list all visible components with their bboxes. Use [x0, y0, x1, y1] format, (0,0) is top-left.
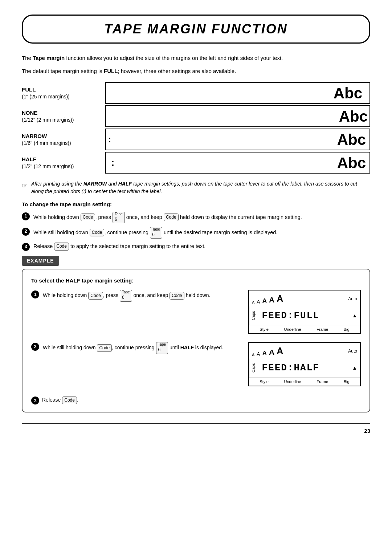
- intro-text-2b: ; however, three other settings are also…: [118, 68, 236, 74]
- lcd-size-b4: A: [269, 346, 274, 358]
- lcd-label-big-2: Big: [344, 379, 350, 385]
- code-key-ex1: Code: [88, 292, 103, 300]
- code-key-3: Code: [90, 229, 105, 236]
- step-2-num: 2: [22, 228, 30, 236]
- lcd-label-style-2: Style: [260, 379, 268, 385]
- intro-text-1: function allows you to adjust the size o…: [66, 55, 283, 61]
- lcd-top-row-1: A A A A A Auto: [249, 290, 360, 306]
- lcd-char-sizes-2: A A A A A: [252, 344, 283, 358]
- tape-key-1: Tape6: [113, 212, 125, 223]
- setting-desc-none: (1/12" (2 mm margins)): [22, 117, 74, 123]
- margin-row-full: FULL (1" (25 mm margins)) Abc: [22, 82, 370, 104]
- code-key-ex1b: Code: [170, 292, 184, 300]
- lcd-top-row-2: A A A A A Auto: [249, 343, 360, 359]
- lcd-main-1: FEED:FULL: [262, 309, 351, 323]
- lcd-size-a2: A: [257, 298, 260, 306]
- example-label-container: EXAMPLE: [22, 256, 370, 266]
- ex-step-3-num: 3: [31, 397, 39, 404]
- lcd-size-a1: A: [252, 300, 254, 306]
- lcd-label-underline-2: Underline: [284, 379, 301, 385]
- tape-abc-full: Abc: [334, 82, 362, 104]
- tape-abc-half: Abc: [337, 152, 366, 174]
- page-title: TAPE MARGIN FUNCTION: [104, 21, 287, 36]
- step-3-text: Release Code to apply the selected tape …: [33, 242, 205, 251]
- margin-row-none: NONE (1/12" (2 mm margins)) Abc: [22, 105, 370, 127]
- margin-examples: FULL (1" (25 mm margins)) Abc NONE (1/12…: [22, 82, 370, 174]
- lcd-display-1: A A A A A Auto Caps FEED:FULL ▲: [248, 290, 361, 334]
- example-step-1-text: 1 While holding down Code, press Tape6 o…: [31, 290, 241, 301]
- lcd-main-2: FEED:HALF: [262, 361, 351, 375]
- example-label: EXAMPLE: [22, 256, 59, 266]
- setting-name-full: FULL: [22, 86, 94, 93]
- lcd-size-a4: A: [269, 294, 274, 306]
- code-key-1: Code: [81, 214, 95, 221]
- lcd-arrow-1: ▲: [352, 312, 357, 320]
- tape-key-ex2: Tape6: [156, 342, 168, 354]
- code-key-2: Code: [164, 214, 179, 221]
- intro-para-1: The Tape margin function allows you to a…: [22, 54, 370, 62]
- intro-para-2: The default tape margin setting is FULL;…: [22, 67, 370, 76]
- tape-sample-full: Abc: [105, 82, 370, 104]
- setting-name-half: HALF: [22, 155, 94, 163]
- example-step-2-text: 2 While still holding down Code, continu…: [31, 342, 241, 354]
- page-number: 23: [22, 423, 370, 435]
- step-1-text: While holding down Code, press Tape6 onc…: [33, 212, 302, 223]
- example-steps: 1 While holding down Code, press Tape6 o…: [31, 290, 361, 404]
- margin-label-full: FULL (1" (25 mm margins)): [22, 86, 94, 101]
- lcd-label-frame-1: Frame: [317, 326, 328, 333]
- lcd-display-2: A A A A A Auto Caps FEED:HALF ▲: [248, 342, 361, 386]
- intro-text-2a: The default tape margin setting is: [22, 68, 104, 74]
- lcd-label-frame-2: Frame: [317, 379, 328, 385]
- step-1-num: 1: [22, 212, 30, 220]
- title-box: TAPE MARGIN FUNCTION: [22, 15, 370, 44]
- instruction-step-2: 2 While still holding down Code, continu…: [22, 227, 370, 239]
- lcd-bottom-row-1: Style Underline Frame Big: [249, 325, 360, 334]
- tape-sample-half: : Abc: [105, 152, 370, 174]
- lcd-label-underline-1: Underline: [284, 326, 301, 333]
- lcd-label-style-1: Style: [260, 326, 268, 333]
- code-key-4: Code: [54, 243, 69, 250]
- tape-dot-narrow: :: [108, 133, 111, 146]
- tape-abc-none: Abc: [339, 105, 368, 127]
- ex-step-1-num: 1: [31, 290, 39, 298]
- lcd-arrow-2: ▲: [352, 364, 357, 372]
- setting-desc-narrow: (1/6" (4 mm margins)): [22, 140, 71, 146]
- lcd-auto-1: Auto: [348, 296, 357, 302]
- tape-sample-none: Abc: [105, 105, 370, 127]
- page-num-value: 23: [364, 428, 370, 434]
- step-3-num: 3: [22, 243, 30, 251]
- setting-desc-half: (1/2" (12 mm margins)): [22, 163, 74, 169]
- setting-name-narrow: NARROW: [22, 132, 94, 140]
- code-key-ex3: Code: [62, 397, 77, 404]
- lcd-size-a5: A: [277, 292, 283, 306]
- example-box: To select the HALF tape margin setting: …: [22, 269, 370, 413]
- example-step-1: 1 While holding down Code, press Tape6 o…: [31, 290, 361, 334]
- ex-step-3-text: Release Code.: [42, 396, 78, 404]
- tape-sample-narrow: : Abc: [105, 129, 370, 150]
- tape-key-ex1: Tape6: [120, 290, 132, 301]
- lcd-bottom-row-2: Style Underline Frame Big: [249, 377, 360, 386]
- instruction-step-1: 1 While holding down Code, press Tape6 o…: [22, 212, 370, 223]
- example-heading: To select the HALF tape margin setting:: [31, 277, 361, 285]
- tape-key-2: Tape6: [150, 227, 162, 239]
- margin-row-narrow: NARROW (1/6" (4 mm margins)) : Abc: [22, 129, 370, 150]
- step-2-text: While still holding down Code, continue …: [33, 227, 277, 239]
- lcd-caps-row-1: Caps FEED:FULL ▲: [249, 306, 360, 325]
- tape-abc-narrow: Abc: [337, 129, 366, 150]
- margin-label-narrow: NARROW (1/6" (4 mm margins)): [22, 132, 94, 147]
- lcd-size-b5: A: [277, 344, 283, 358]
- instruction-step-3: 3 Release Code to apply the selected tap…: [22, 242, 370, 251]
- lcd-size-a3: A: [262, 296, 267, 306]
- lcd-caps-2: Caps: [249, 359, 258, 377]
- lcd-caps-1: Caps: [249, 306, 258, 325]
- lcd-caps-row-2: Caps FEED:HALF ▲: [249, 359, 360, 377]
- note-text: After printing using the NARROW and HALF…: [31, 180, 370, 195]
- ex-step-2-num: 2: [31, 343, 39, 351]
- example-step-3: 3 Release Code.: [31, 394, 361, 404]
- instructions-heading: To change the tape margin setting:: [22, 200, 370, 209]
- ex-step-1-content: While holding down Code, press Tape6 onc…: [43, 290, 210, 301]
- lcd-label-big-1: Big: [344, 326, 350, 333]
- intro-bold-1: Tape margin: [33, 55, 65, 61]
- tape-dot-half: :: [111, 155, 114, 170]
- setting-desc-full: (1" (25 mm margins)): [22, 94, 70, 99]
